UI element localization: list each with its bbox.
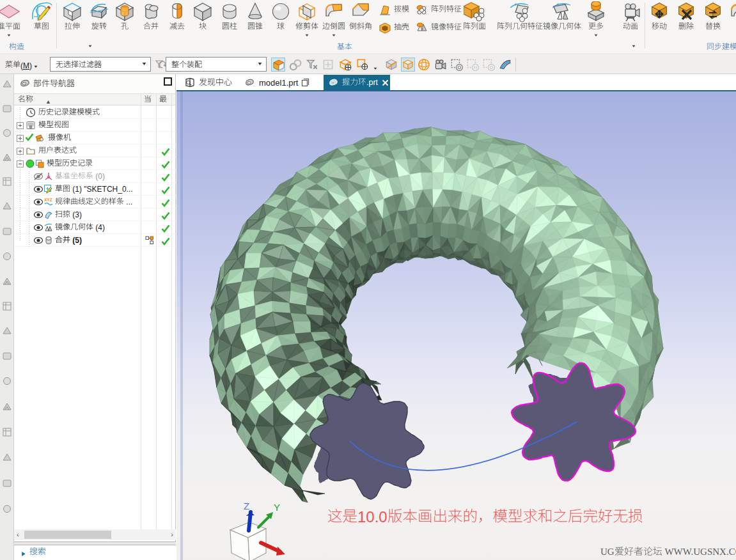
svg-text:Z: Z [244, 502, 249, 511]
svg-text:Y: Y [274, 502, 280, 513]
svg-text:XYZ: XYZ [44, 198, 52, 202]
